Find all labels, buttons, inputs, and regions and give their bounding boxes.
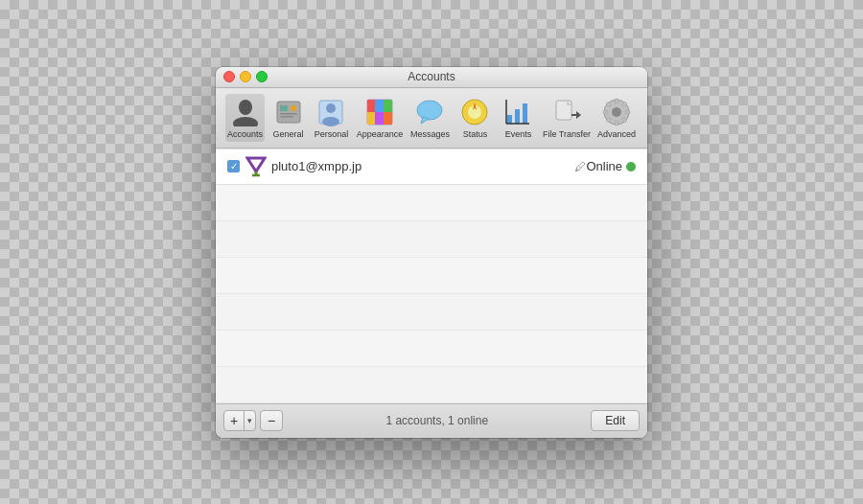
account-checkbox[interactable]: ✓ bbox=[227, 160, 240, 172]
empty-row-6 bbox=[216, 367, 647, 403]
accounts-label: Accounts bbox=[227, 129, 263, 139]
remove-account-button[interactable]: − bbox=[260, 410, 283, 431]
personal-icon bbox=[315, 97, 346, 127]
appearance-icon bbox=[364, 97, 395, 127]
toolbar-item-status[interactable]: Status bbox=[455, 94, 495, 142]
appearance-label: Appearance bbox=[357, 129, 404, 139]
accounts-window: Accounts Accounts Ge bbox=[216, 67, 647, 438]
personal-label: Personal bbox=[315, 129, 349, 139]
svg-rect-5 bbox=[280, 116, 293, 118]
svg-rect-3 bbox=[280, 105, 288, 111]
toolbar-item-personal[interactable]: Personal bbox=[312, 94, 351, 142]
svg-rect-24 bbox=[523, 103, 527, 124]
svg-rect-35 bbox=[625, 110, 630, 113]
toolbar: Accounts General bbox=[216, 88, 647, 149]
svg-rect-16 bbox=[384, 112, 392, 125]
add-button-group: + ▾ bbox=[223, 410, 256, 431]
svg-rect-23 bbox=[515, 109, 520, 124]
file-transfer-label: File Transfer bbox=[543, 129, 591, 139]
empty-row-2 bbox=[216, 221, 647, 258]
account-status: Online bbox=[586, 159, 636, 173]
maximize-button[interactable] bbox=[256, 71, 268, 82]
traffic-lights bbox=[223, 71, 268, 82]
svg-rect-39 bbox=[603, 110, 608, 113]
status-icon bbox=[459, 97, 490, 127]
accounts-icon bbox=[230, 97, 261, 127]
toolbar-item-accounts[interactable]: Accounts bbox=[225, 94, 265, 142]
add-account-button[interactable]: + bbox=[224, 411, 245, 430]
messages-icon bbox=[414, 97, 445, 127]
svg-point-41 bbox=[613, 108, 620, 116]
empty-row-3 bbox=[216, 258, 647, 294]
edit-button[interactable]: Edit bbox=[591, 410, 640, 431]
account-row[interactable]: ✓ pluto1@xmpp.jp 🖊 Online bbox=[216, 149, 647, 185]
file-transfer-icon bbox=[551, 97, 582, 127]
svg-rect-22 bbox=[507, 115, 512, 124]
svg-point-1 bbox=[233, 117, 258, 126]
toolbar-item-appearance[interactable]: Appearance bbox=[355, 94, 405, 142]
svg-rect-13 bbox=[384, 100, 392, 112]
account-edit-icon[interactable]: 🖊 bbox=[574, 160, 586, 173]
toolbar-item-messages[interactable]: Messages bbox=[408, 94, 452, 142]
content-area: ✓ pluto1@xmpp.jp 🖊 Online bbox=[216, 149, 647, 403]
add-dropdown-button[interactable]: ▾ bbox=[245, 411, 255, 430]
events-icon bbox=[502, 97, 533, 127]
advanced-icon bbox=[601, 97, 632, 127]
advanced-label: Advanced bbox=[597, 129, 636, 139]
svg-rect-12 bbox=[375, 100, 384, 112]
minimize-button[interactable] bbox=[240, 71, 251, 82]
bottom-bar: + ▾ − 1 accounts, 1 online Edit bbox=[216, 403, 647, 438]
general-icon bbox=[273, 97, 304, 127]
account-name: pluto1@xmpp.jp bbox=[271, 159, 571, 173]
svg-point-6 bbox=[291, 105, 296, 111]
svg-rect-37 bbox=[615, 121, 618, 126]
bottom-status: 1 accounts, 1 online bbox=[283, 414, 591, 427]
toolbar-item-events[interactable]: Events bbox=[499, 94, 538, 142]
empty-row-4 bbox=[216, 294, 647, 331]
messages-label: Messages bbox=[410, 129, 450, 139]
svg-rect-11 bbox=[367, 100, 375, 112]
svg-point-9 bbox=[322, 117, 339, 126]
svg-rect-4 bbox=[280, 113, 297, 115]
toolbar-item-general[interactable]: General bbox=[268, 94, 308, 142]
svg-marker-30 bbox=[576, 111, 581, 119]
close-button[interactable] bbox=[223, 71, 235, 82]
general-label: General bbox=[273, 129, 304, 139]
svg-point-0 bbox=[239, 100, 252, 115]
empty-row-1 bbox=[216, 185, 647, 221]
svg-rect-14 bbox=[367, 112, 375, 125]
status-label: Status bbox=[463, 129, 488, 139]
svg-point-8 bbox=[326, 103, 336, 113]
status-dot bbox=[626, 162, 636, 172]
account-list: ✓ pluto1@xmpp.jp 🖊 Online bbox=[216, 149, 647, 403]
svg-point-17 bbox=[417, 101, 442, 120]
events-label: Events bbox=[505, 129, 532, 139]
svg-rect-33 bbox=[615, 99, 618, 103]
empty-row-5 bbox=[216, 331, 647, 367]
toolbar-item-file-transfer[interactable]: File Transfer bbox=[542, 94, 592, 142]
window-title: Accounts bbox=[408, 70, 455, 83]
account-logo bbox=[245, 156, 267, 177]
svg-marker-42 bbox=[247, 158, 265, 172]
toolbar-item-advanced[interactable]: Advanced bbox=[595, 94, 638, 142]
title-bar: Accounts bbox=[216, 67, 647, 88]
svg-rect-2 bbox=[277, 102, 300, 123]
status-text: Online bbox=[586, 159, 622, 173]
svg-rect-15 bbox=[375, 112, 384, 125]
